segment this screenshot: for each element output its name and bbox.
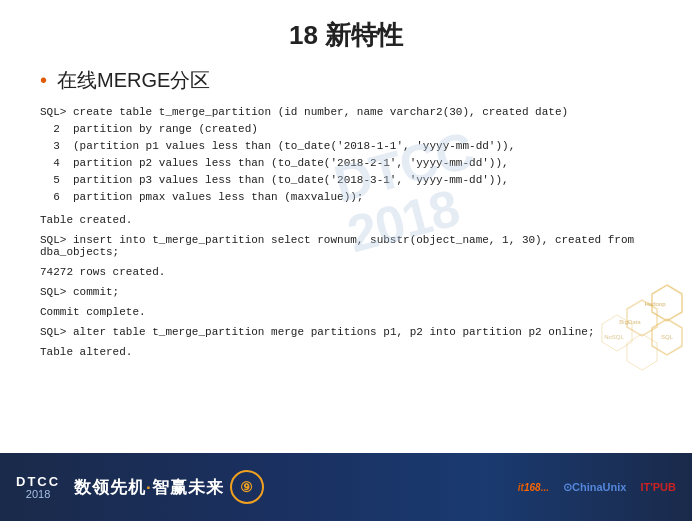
footer-circle-num: ⑨: [230, 470, 264, 504]
section-heading: • 在线MERGE分区: [40, 67, 652, 94]
sponsor-it168: it168...: [518, 482, 549, 493]
insert-line: SQL> insert into t_merge_partition selec…: [40, 234, 652, 258]
slogan-part1: 数领先机·智赢未来: [74, 476, 224, 499]
dtcc-label: DTCC: [16, 475, 60, 488]
status-commit-complete: Commit complete.: [40, 306, 652, 318]
svg-text:SQL: SQL: [661, 334, 674, 340]
keyword-online: online: [548, 326, 588, 338]
sponsor-itpub: IT'PUB: [640, 481, 676, 493]
footer-bar: DTCC 2018 数领先机·智赢未来 ⑨ it168... ⊙ChinaUni…: [0, 453, 692, 521]
it168-logo: it168...: [518, 482, 549, 493]
alter-line: SQL> alter table t_merge_partition merge…: [40, 326, 652, 338]
status-table-altered: Table altered.: [40, 346, 652, 358]
svg-marker-2: [652, 319, 682, 355]
svg-text:BigData: BigData: [619, 319, 641, 325]
create-table-code: SQL> create table t_merge_partition (id …: [40, 104, 652, 206]
bullet-icon: •: [40, 69, 47, 92]
sponsor-chinaunix: ⊙ChinaUnix: [563, 481, 626, 494]
svg-marker-0: [652, 285, 682, 321]
chinaunix-logo: ⊙ChinaUnix: [563, 481, 626, 494]
itpub-logo: IT'PUB: [640, 481, 676, 493]
footer-sponsors: it168... ⊙ChinaUnix IT'PUB: [518, 481, 676, 494]
footer-dtcc-logo: DTCC 2018: [16, 475, 60, 500]
status-rows-created: 74272 rows created.: [40, 266, 652, 278]
footer-slogan: 数领先机·智赢未来 ⑨: [74, 470, 264, 504]
dtcc-year: 2018: [26, 489, 50, 500]
main-content: DTCC2018 18 新特性 • 在线MERGE分区 SQL> create …: [0, 0, 692, 453]
status-table-created: Table created.: [40, 214, 652, 226]
commit-line: SQL> commit;: [40, 286, 652, 298]
section-heading-text: 在线MERGE分区: [57, 67, 210, 94]
keyword-merge: merge: [271, 326, 304, 338]
page-title: 18 新特性: [40, 18, 652, 53]
